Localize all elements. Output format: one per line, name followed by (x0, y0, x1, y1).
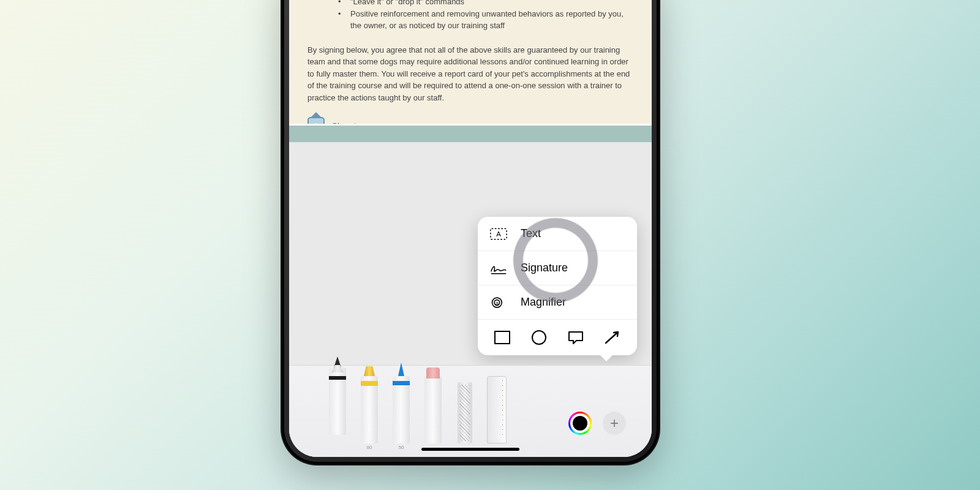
agreement-paragraph: By signing below, you agree that not all… (307, 44, 633, 104)
svg-text:A: A (496, 230, 501, 238)
svg-rect-5 (495, 331, 510, 344)
svg-point-6 (532, 331, 546, 344)
document-footer-band (289, 124, 652, 142)
shape-speech-bubble[interactable] (567, 330, 585, 345)
add-button[interactable]: + (603, 412, 626, 435)
highlighter-tool[interactable]: 80 (358, 376, 381, 451)
list-item: "Leave it" or "drop it" commands (338, 0, 633, 8)
home-indicator[interactable] (421, 448, 519, 451)
screen: Basic commands like sit, lay down, and s… (289, 0, 652, 457)
color-picker[interactable] (568, 412, 592, 435)
shapes-row (478, 320, 637, 355)
add-menu-popover: A Text Signature a Magnifier (478, 217, 637, 355)
text-box-icon: A (490, 227, 507, 241)
menu-label: Signature (521, 262, 568, 274)
svg-text:a: a (496, 299, 499, 306)
tool-size-label: 50 (399, 445, 404, 451)
list-item: Positive reinforcement and removing unwa… (338, 8, 633, 32)
signature-icon (490, 262, 507, 275)
bullet-list: Basic commands like sit, lay down, and s… (338, 0, 633, 32)
pen-tool[interactable] (326, 376, 349, 451)
markup-toolbar: 80 50 (289, 365, 652, 457)
menu-label: Text (521, 227, 541, 240)
menu-item-magnifier[interactable]: a Magnifier (478, 285, 637, 320)
menu-label: Magnifier (521, 296, 566, 309)
menu-item-signature[interactable]: Signature (478, 251, 637, 285)
pencil-tool[interactable]: 50 (390, 376, 413, 451)
phone-frame: Basic commands like sit, lay down, and s… (281, 0, 660, 466)
shape-arrow[interactable] (603, 330, 622, 345)
magnifier-icon: a (490, 296, 507, 309)
plus-icon: + (610, 415, 619, 432)
shape-circle[interactable] (530, 330, 548, 345)
eraser-tool[interactable] (421, 376, 445, 451)
tool-size-label: 80 (367, 445, 372, 451)
ruler-tool[interactable] (485, 376, 508, 451)
lasso-tool[interactable] (453, 382, 477, 451)
shape-rectangle[interactable] (493, 330, 511, 345)
menu-item-text[interactable]: A Text (478, 217, 637, 251)
